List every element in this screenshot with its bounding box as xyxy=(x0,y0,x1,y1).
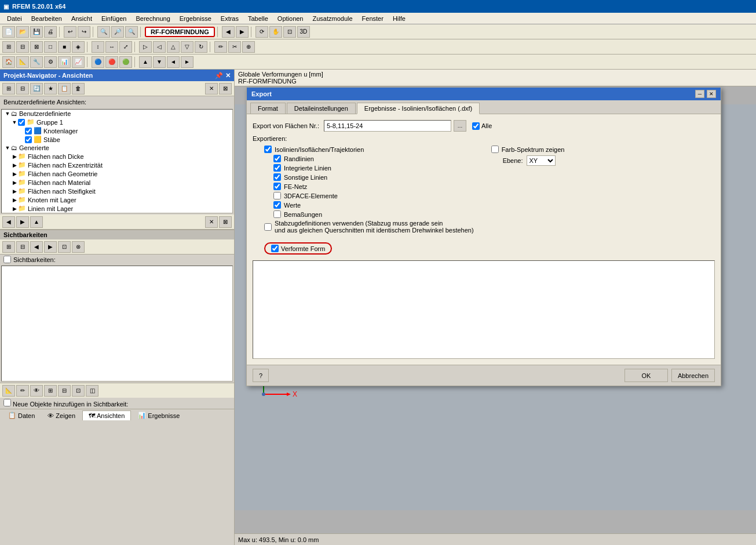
expand-flaechen-mat[interactable]: ▶ xyxy=(11,180,18,186)
nav-action-del[interactable]: ✕ xyxy=(205,216,218,228)
tb3-5[interactable]: 📊 xyxy=(58,56,71,68)
tree-staebe[interactable]: 🟨 Stäbe xyxy=(2,135,232,144)
ebene-select[interactable]: XY XZ YZ xyxy=(527,155,556,166)
menu-einfuegen[interactable]: Einfügen xyxy=(97,14,131,23)
expand-benutzerdefinierte[interactable]: ▼ xyxy=(4,111,11,117)
tb3-8[interactable]: 🔴 xyxy=(105,56,118,68)
cb-gruppe1[interactable] xyxy=(18,119,25,126)
tree-generierte[interactable]: ▼ 🗂 Generierte xyxy=(2,144,232,152)
tb3-1[interactable]: 🏠 xyxy=(2,56,15,68)
tree-flaechen-mat[interactable]: ▶ 📁 Flächen nach Material xyxy=(2,178,232,187)
dialog-minimize-btn[interactable]: ─ xyxy=(695,90,704,98)
dialog-tab-format[interactable]: Format xyxy=(250,103,286,114)
nav-btn-close[interactable]: ⊠ xyxy=(219,83,232,95)
cb-stabzug[interactable] xyxy=(264,223,272,231)
tb2-13[interactable]: ▽ xyxy=(181,41,193,53)
tb3-6[interactable]: 📈 xyxy=(72,56,85,68)
tree-knotenlager[interactable]: 🟦 Knotenlager xyxy=(2,126,232,135)
vis-btn-5[interactable]: ⊡ xyxy=(58,241,71,253)
dialog-close-btn[interactable]: ✕ xyxy=(707,90,716,98)
vis-btn-3[interactable]: ◀ xyxy=(30,241,43,253)
rf-formfindung-highlight[interactable]: RF-FORMFINDUNG xyxy=(145,27,215,37)
tb2-6[interactable]: ◈ xyxy=(72,41,85,53)
tb2-3[interactable]: ⊠ xyxy=(30,41,43,53)
dialog-tab-ergebnisse[interactable]: Ergebnisse - Isolinien/Isoflächen (.dxf) xyxy=(357,103,480,114)
navigator-close-icon[interactable]: ✕ xyxy=(225,72,231,79)
nav-action-close2[interactable]: ⊠ xyxy=(219,216,232,228)
nav-action-1[interactable]: ◀ xyxy=(2,216,15,228)
tb2-1[interactable]: ⊞ xyxy=(2,41,15,53)
tree-linien-lager[interactable]: ▶ 📁 Linien mit Lager xyxy=(2,204,232,213)
menu-optionen[interactable]: Optionen xyxy=(273,14,308,23)
tb-search[interactable]: 🔍 xyxy=(97,26,110,38)
tb3-13[interactable]: ► xyxy=(181,56,193,68)
menu-tabelle[interactable]: Tabelle xyxy=(243,14,273,23)
expand-linien-lager[interactable]: ▶ xyxy=(11,206,18,212)
tb3-9[interactable]: 🟢 xyxy=(119,56,132,68)
tb2-14[interactable]: ↻ xyxy=(195,41,207,53)
menu-fenster[interactable]: Fenster xyxy=(357,14,388,23)
cb-3dface[interactable] xyxy=(273,192,281,199)
tree-flaechen-exz[interactable]: ▶ 📁 Flächen nach Exzentrizität xyxy=(2,161,232,169)
cb-integrierte[interactable] xyxy=(273,164,281,172)
expand-gruppe1[interactable]: ▼ xyxy=(11,119,18,125)
nav-action-3[interactable]: ▲ xyxy=(30,216,43,228)
nav-btn-5[interactable]: 📋 xyxy=(58,83,71,95)
navigator-pin-icon[interactable]: 📌 xyxy=(215,72,223,79)
tb-save[interactable]: 💾 xyxy=(30,26,43,38)
bot-btn-2[interactable]: ✏ xyxy=(16,385,29,397)
tb3-3[interactable]: 🔧 xyxy=(30,56,43,68)
menu-ansicht[interactable]: Ansicht xyxy=(67,14,97,23)
tb-print[interactable]: 🖨 xyxy=(44,26,57,38)
tree-gruppe1[interactable]: ▼ 📁 Gruppe 1 xyxy=(2,118,232,126)
tb2-12[interactable]: △ xyxy=(167,41,180,53)
menu-ergebnisse[interactable]: Ergebnisse xyxy=(175,14,216,23)
sichtbarkeiten-checkbox[interactable] xyxy=(3,256,11,263)
expand-flaechen-exz[interactable]: ▶ xyxy=(11,162,18,168)
tb-open[interactable]: 📂 xyxy=(16,26,29,38)
export-flaechen-input[interactable] xyxy=(324,120,451,132)
tb2-2[interactable]: ⊟ xyxy=(16,41,29,53)
cb-werte[interactable] xyxy=(273,201,281,209)
tb2-5[interactable]: ■ xyxy=(58,41,71,53)
tab-ansichten[interactable]: 🗺 Ansichten xyxy=(82,410,131,420)
alle-checkbox[interactable] xyxy=(472,122,480,130)
tb2-10[interactable]: ▷ xyxy=(139,41,152,53)
dialog-ok-btn[interactable]: OK xyxy=(624,369,668,382)
tb2-4[interactable]: □ xyxy=(44,41,57,53)
tree-flaechen-geo[interactable]: ▶ 📁 Flächen nach Geometrie xyxy=(2,169,232,178)
tb-nav-next[interactable]: ▶ xyxy=(236,26,249,38)
menu-datei[interactable]: Datei xyxy=(2,14,27,23)
menu-berechnung[interactable]: Berechnung xyxy=(131,14,174,23)
tb3-4[interactable]: ⚙ xyxy=(44,56,57,68)
tb3-12[interactable]: ◄ xyxy=(167,56,180,68)
tb-rotate[interactable]: ⟳ xyxy=(255,26,268,38)
vis-btn-1[interactable]: ⊞ xyxy=(2,241,15,253)
vis-btn-6[interactable]: ⊗ xyxy=(72,241,85,253)
tab-zeigen[interactable]: 👁 Zeigen xyxy=(42,411,81,420)
cb-verformte-form[interactable] xyxy=(271,245,279,252)
bot-btn-6[interactable]: ⊡ xyxy=(72,385,85,397)
cb-staebe[interactable] xyxy=(25,136,32,143)
tab-ergebnisse[interactable]: 📊 Ergebnisse xyxy=(132,410,185,420)
tb-zoom-in[interactable]: 🔎 xyxy=(111,26,124,38)
expand-flaechen-geo[interactable]: ▶ xyxy=(11,171,18,177)
tb3-10[interactable]: ▲ xyxy=(139,56,152,68)
cb-bemassungen[interactable] xyxy=(273,210,281,218)
tb-pan[interactable]: ✋ xyxy=(269,26,282,38)
bot-btn-3[interactable]: 👁 xyxy=(30,385,43,397)
tb2-9[interactable]: ⤢ xyxy=(119,41,132,53)
tb-zoom-out[interactable]: 🔍 xyxy=(125,26,138,38)
dialog-cancel-btn[interactable]: Abbrechen xyxy=(671,369,715,382)
tb2-7[interactable]: ↕ xyxy=(92,41,104,53)
export-flaechen-select-btn[interactable]: … xyxy=(454,120,466,132)
tree-flaechen-dicke[interactable]: ▶ 📁 Flächen nach Dicke xyxy=(2,152,232,161)
tree-flaechen-steif[interactable]: ▶ 📁 Flächen nach Steifigkeit xyxy=(2,187,232,195)
tb2-17[interactable]: ⊕ xyxy=(242,41,255,53)
vis-btn-2[interactable]: ⊟ xyxy=(16,241,29,253)
new-objects-checkbox[interactable] xyxy=(3,399,11,406)
tree-benutzerdefinierte[interactable]: ▼ 🗂 Benutzerdefinierte xyxy=(2,110,232,118)
tab-daten[interactable]: 📋 Daten xyxy=(2,410,41,420)
tb3-2[interactable]: 📐 xyxy=(16,56,29,68)
expand-knoten-lager[interactable]: ▶ xyxy=(11,197,18,203)
